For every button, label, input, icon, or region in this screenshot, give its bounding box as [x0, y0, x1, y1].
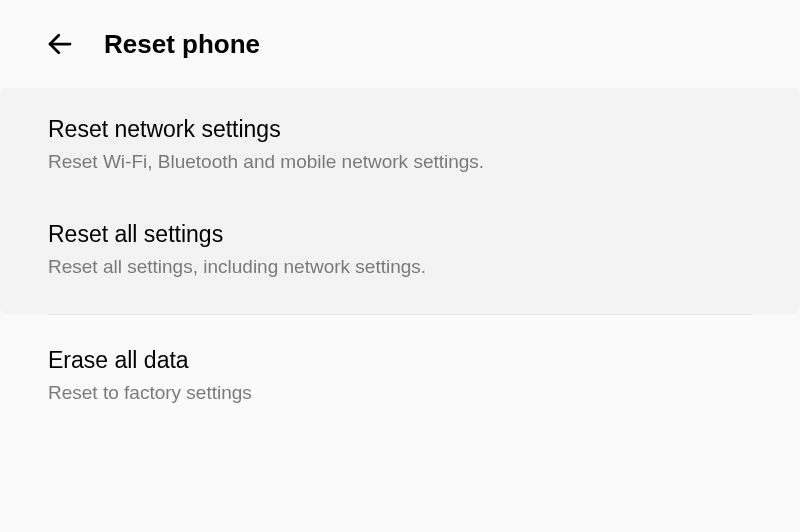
reset-network-settings-item[interactable]: Reset network settings Reset Wi-Fi, Blue… [0, 88, 800, 197]
erase-data-group: Erase all data Reset to factory settings [0, 315, 800, 428]
erase-all-data-item[interactable]: Erase all data Reset to factory settings [0, 315, 800, 428]
reset-settings-group: Reset network settings Reset Wi-Fi, Blue… [0, 88, 800, 314]
reset-all-settings-item[interactable]: Reset all settings Reset all settings, i… [0, 197, 800, 314]
setting-subtitle: Reset all settings, including network se… [48, 256, 752, 278]
setting-title: Erase all data [48, 347, 752, 374]
setting-title: Reset all settings [48, 221, 752, 248]
setting-subtitle: Reset Wi-Fi, Bluetooth and mobile networ… [48, 151, 752, 173]
setting-title: Reset network settings [48, 116, 752, 143]
setting-subtitle: Reset to factory settings [48, 382, 752, 404]
page-title: Reset phone [104, 29, 260, 60]
back-arrow-icon[interactable] [44, 28, 76, 60]
header: Reset phone [0, 0, 800, 88]
